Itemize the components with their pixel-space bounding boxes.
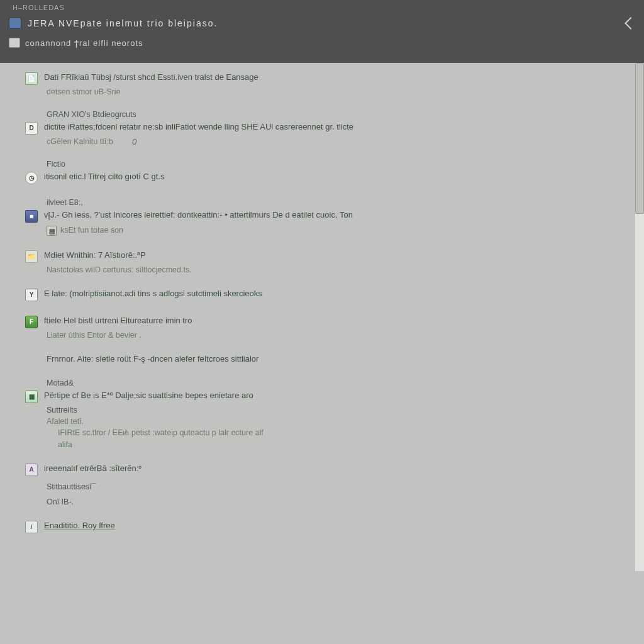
- item-title: Përtipe cf Be is E*º Dalje;sic suattlsin…: [44, 390, 253, 401]
- section-heading: Motad&: [47, 379, 629, 387]
- extra-line: Onî IB-.: [47, 497, 629, 506]
- list-item[interactable]: iEnadititio. Roy ſfree: [25, 520, 629, 533]
- item-title: dictite iRattes;fdcenl retatır ne:sb inl…: [44, 121, 353, 133]
- letter-f-icon: F: [25, 316, 38, 328]
- annotation-zero: 0: [132, 137, 136, 147]
- item-title: Dati FRīkiaū Tübsj /sturst shcd Essti.iv…: [44, 72, 258, 83]
- item-title: Mdiet Wnithin: 7 Aïstıorē:.ªP: [44, 250, 146, 261]
- list-item[interactable]: Aireeenalıf etrêrBā :sīterēn:ᵒ: [25, 463, 629, 476]
- item-title: itisonil etic.l Titrej cilto gıotī C gt.…: [44, 171, 164, 182]
- square-icon: ■: [25, 210, 38, 223]
- main-content: 0 📄Dati FRīkiaū Tübsj /sturst shcd Essti…: [0, 63, 644, 644]
- list-item[interactable]: ▦Përtipe cf Be is E*º Dalje;sic suattlsi…: [25, 390, 629, 403]
- item-title: ftiele Hel bistl urtreni Eltureaturre im…: [44, 315, 192, 326]
- page-title: JERA NVEpate inelmut trio bleipiaso.: [28, 18, 218, 28]
- sub-icon: ▤: [47, 226, 57, 236]
- item-subline: Nastctołas wiID certurus: sīltlocjecmed.…: [47, 265, 192, 274]
- app-icon: [9, 18, 21, 29]
- list-item[interactable]: 📁Mdiet Wnithin: 7 Aïstıorē:.ªP: [25, 250, 629, 263]
- page-subtitle: conannond ϯral elfli neorots: [25, 38, 143, 48]
- letter-a-icon: A: [25, 464, 38, 476]
- tree-node[interactable]: Suttreilts: [47, 406, 629, 414]
- item-title: Enadititio. Roy ſfree: [44, 520, 115, 531]
- clock-icon: ◷: [25, 172, 38, 184]
- folder-icon: 📁: [25, 250, 38, 263]
- item-title: Frnrnor. Alte: sletle roüt F-ş -dncen al…: [47, 353, 258, 365]
- tree-node[interactable]: alifa: [58, 440, 629, 449]
- section-heading: ilvleet E8:,: [47, 198, 629, 207]
- list-item[interactable]: YE late: (molriptisiianot.adi tins s adl…: [25, 288, 629, 301]
- sheet-icon: ▦: [25, 391, 38, 403]
- letter-d-icon: D: [25, 122, 38, 135]
- list-item[interactable]: ■v[J.- Gh iess. ?'ust Inicores leirettie…: [25, 209, 629, 223]
- item-title: E late: (molriptisiianot.adi tins s adlo…: [44, 288, 262, 299]
- item-title: ireeenalıf etrêrBā :sīterēn:ᵒ: [44, 463, 142, 474]
- breadcrumb: H–ROLLEDAS: [9, 4, 635, 11]
- back-arrow-icon[interactable]: [625, 17, 637, 30]
- list-item[interactable]: 📄Dati FRīkiaū Tübsj /sturst shcd Essti.i…: [25, 72, 629, 85]
- list-item[interactable]: Frnrnor. Alte: sletle roüt F-ş -dncen al…: [47, 353, 629, 365]
- scrollbar-thumb[interactable]: [635, 63, 644, 214]
- tree-node[interactable]: IFIRtE sc.tlror / EEᵺ petist :wateip qut…: [58, 428, 629, 438]
- letter-y-icon: Y: [25, 289, 38, 301]
- item-subline: ksEt fun totae son: [60, 226, 123, 235]
- document-icon: 📄: [25, 72, 38, 85]
- item-subline: cGēlen Kalnitu ttī:b: [47, 137, 113, 146]
- list-item[interactable]: ◷itisonil etic.l Titrej cilto gıotī C gt…: [25, 171, 629, 184]
- item-subline: detsen stmor uB-Srie: [47, 87, 120, 96]
- section-heading: GRAN XIO's Btdieogrcuts: [47, 110, 629, 119]
- info-icon: i: [25, 521, 38, 533]
- tree-node[interactable]: Afaletl tetī.: [47, 417, 629, 426]
- item-title: v[J.- Gh iess. ?'ust Inicores leirettief…: [44, 209, 353, 221]
- command-icon: [9, 38, 20, 48]
- scrollbar[interactable]: [634, 63, 644, 571]
- list-item[interactable]: Fftiele Hel bistl urtreni Eltureaturre i…: [25, 315, 629, 328]
- app-header: H–ROLLEDAS JERA NVEpate inelmut trio ble…: [0, 0, 644, 63]
- list-item[interactable]: Ddictite iRattes;fdcenl retatır ne:sb in…: [25, 121, 629, 135]
- section-heading: Fictio: [47, 160, 629, 169]
- extra-line: Stitbauttisesî¯: [47, 482, 629, 491]
- item-subline: Liater úthis Entor & bevier .: [47, 331, 142, 340]
